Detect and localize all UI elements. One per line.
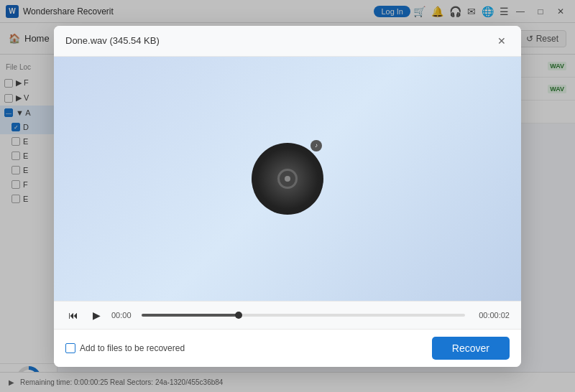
modal-title: Done.wav (345.54 KB) (65, 35, 160, 46)
add-to-recovery-checkbox[interactable] (65, 343, 75, 353)
disc-center (285, 176, 290, 182)
recover-button[interactable]: Recover (432, 337, 510, 360)
time-total: 00:00:02 (472, 311, 510, 319)
prev-button[interactable]: ⏮ (65, 307, 81, 323)
add-to-recovery-label: Add to files to be recovered (80, 343, 185, 353)
vinyl-disc: ♪ (252, 143, 323, 215)
add-to-recovery: Add to files to be recovered (65, 343, 185, 353)
note-indicator: ♪ (310, 140, 322, 151)
audio-controls: ⏮ ▶ 00:00 00:00:02 (54, 301, 521, 329)
time-current: 00:00 (111, 311, 134, 319)
audio-progress-fill (142, 314, 239, 317)
play-button[interactable]: ▶ (88, 307, 104, 323)
audio-progress-thumb[interactable] (235, 312, 242, 319)
modal-overlay: Done.wav (345.54 KB) ✕ ♪ ⏮ ▶ 00:00 (0, 0, 575, 392)
modal-footer: Add to files to be recovered Recover (54, 329, 521, 367)
modal-header: Done.wav (345.54 KB) ✕ (54, 26, 521, 57)
audio-progress-track[interactable] (142, 314, 465, 317)
audio-preview: ♪ (54, 57, 521, 301)
modal-dialog: Done.wav (345.54 KB) ✕ ♪ ⏮ ▶ 00:00 (54, 26, 521, 367)
modal-close-button[interactable]: ✕ (494, 33, 510, 49)
